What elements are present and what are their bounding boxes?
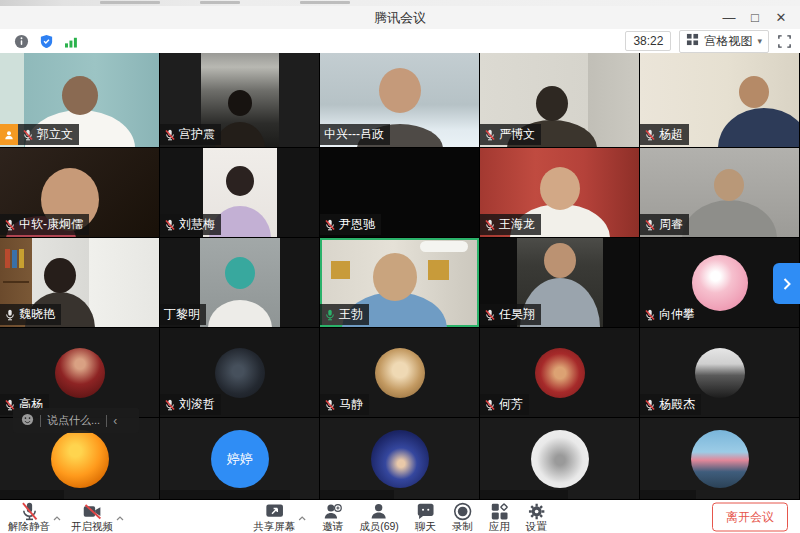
chat-quick-input[interactable]: 说点什么... ‹ <box>13 408 139 433</box>
name-label-row: 何芳 <box>480 394 529 415</box>
toolbar-settings[interactable]: 设置 <box>526 502 547 532</box>
video-tile-王海龙[interactable]: 王海龙 <box>480 148 640 238</box>
toolbar-label: 设置 <box>526 521 547 532</box>
portrait-video <box>200 238 280 327</box>
video-tile-row5-3[interactable] <box>320 418 480 500</box>
participant-name: 杨超 <box>659 126 683 143</box>
name-label: 严博文 <box>480 124 541 145</box>
mic-muted-icon <box>164 399 176 411</box>
video-tile-row5-2[interactable]: 婷婷 <box>160 418 320 500</box>
video-tile-高杨[interactable]: 高杨 <box>0 328 160 418</box>
chevron-up-icon[interactable] <box>116 507 124 525</box>
mic-muted-icon <box>644 399 656 411</box>
video-grid: 婷婷杨殿杰何芳马静刘浚哲高杨向仲攀任昊翔王勃丁黎明魏晓艳周睿王海龙尹恩驰刘慧梅中… <box>0 53 800 500</box>
scene-decor <box>12 250 17 268</box>
chat-input-placeholder[interactable]: 说点什么... <box>47 413 100 428</box>
share-screen-icon <box>264 502 285 521</box>
person-head <box>544 243 576 278</box>
chevron-up-icon[interactable] <box>298 507 306 525</box>
participant-avatar <box>55 348 105 398</box>
video-tile-王勃[interactable]: 王勃 <box>320 238 480 328</box>
divider <box>40 415 41 427</box>
name-label-clipped <box>160 490 290 499</box>
name-label: 宫护震 <box>160 124 221 145</box>
toolbar-unmute[interactable]: 解除静音 <box>8 502 61 532</box>
toolbar-label: 录制 <box>452 521 473 532</box>
scene-decor <box>420 241 468 253</box>
name-label-row: 尹恩驰 <box>320 214 381 235</box>
toolbar-label: 解除静音 <box>8 521 50 532</box>
video-tile-刘慧梅[interactable]: 刘慧梅 <box>160 148 320 238</box>
video-tile-马静[interactable]: 马静 <box>320 328 480 418</box>
video-tile-row5-5[interactable] <box>640 418 800 500</box>
name-label: 杨超 <box>640 124 689 145</box>
mic-muted-icon <box>484 219 496 231</box>
video-tile-丁黎明[interactable]: 丁黎明 <box>160 238 320 328</box>
video-tile-周睿[interactable]: 周睿 <box>640 148 800 238</box>
toolbar-members[interactable]: 成员(69) <box>359 502 399 532</box>
mic-muted-icon <box>644 219 656 231</box>
participant-avatar <box>375 348 425 398</box>
view-mode-selector[interactable]: 宫格视图 ▾ <box>679 30 769 53</box>
name-label-row: 严博文 <box>480 124 541 145</box>
person-head <box>228 90 252 116</box>
minimize-button[interactable]: — <box>716 6 742 29</box>
video-tile-严博文[interactable]: 严博文 <box>480 53 640 148</box>
name-label-row: 向仲攀 <box>640 304 701 325</box>
person-head <box>739 76 769 108</box>
emoji-icon[interactable] <box>21 412 34 430</box>
maximize-button[interactable]: □ <box>742 6 768 29</box>
toolbar-label: 聊天 <box>415 521 436 532</box>
toolbar-left-group: 解除静音开启视频 <box>8 502 124 532</box>
collapse-chat-icon[interactable]: ‹ <box>113 414 117 428</box>
toolbar-share-screen[interactable]: 共享屏幕 <box>253 502 306 532</box>
video-tile-郭立文[interactable]: 郭立文 <box>0 53 160 148</box>
video-tile-row5-4[interactable] <box>480 418 640 500</box>
toolbar-chat[interactable]: 聊天 <box>415 502 436 532</box>
network-signal-icon[interactable] <box>64 35 79 48</box>
mic-muted-icon <box>164 129 176 141</box>
toolbar-invite[interactable]: 邀请 <box>322 502 343 532</box>
toolbar-start-video[interactable]: 开启视频 <box>71 502 124 532</box>
video-tile-杨殿杰[interactable]: 杨殿杰 <box>640 328 800 418</box>
title-bar: 腾讯会议 — □ ✕ <box>0 6 800 30</box>
name-label-clipped <box>0 490 64 499</box>
meeting-info-icon[interactable] <box>14 34 29 49</box>
camera-muted-icon <box>82 502 103 521</box>
name-label-row: 杨超 <box>640 124 689 145</box>
video-tile-任昊翔[interactable]: 任昊翔 <box>480 238 640 328</box>
security-shield-icon[interactable] <box>39 34 54 49</box>
video-tile-杨超[interactable]: 杨超 <box>640 53 800 148</box>
toolbar-apps[interactable]: 应用 <box>489 502 510 532</box>
invite-icon <box>322 502 343 521</box>
person-head <box>226 166 254 196</box>
leave-meeting-button[interactable]: 离开会议 <box>712 502 788 531</box>
name-label: 尹恩驰 <box>320 214 381 235</box>
next-page-arrow[interactable] <box>773 263 800 304</box>
fullscreen-icon[interactable] <box>777 34 792 49</box>
name-label-row: 王勃 <box>320 304 369 325</box>
settings-icon <box>526 502 547 521</box>
video-tile-宫护震[interactable]: 宫护震 <box>160 53 320 148</box>
video-tile-中兴---吕政[interactable]: 中兴---吕政 <box>320 53 480 148</box>
person-silhouette <box>208 300 272 328</box>
toolbar-record[interactable]: 录制 <box>452 502 473 532</box>
toolbar-label: 开启视频 <box>71 521 113 532</box>
name-label-row: 任昊翔 <box>480 304 541 325</box>
participant-avatar <box>215 348 265 398</box>
name-label: 中兴---吕政 <box>320 124 390 145</box>
chevron-up-icon[interactable] <box>53 507 61 525</box>
participant-name: 杨殿杰 <box>659 396 695 413</box>
bottom-toolbar: 解除静音开启视频 共享屏幕邀请成员(69)聊天录制应用设置 离开会议 <box>0 500 800 533</box>
participant-avatar <box>371 430 429 488</box>
mic-muted-icon <box>484 309 496 321</box>
video-tile-中软-康炯儒[interactable]: 中软-康炯儒 <box>0 148 160 238</box>
video-tile-何芳[interactable]: 何芳 <box>480 328 640 418</box>
video-tile-魏晓艳[interactable]: 魏晓艳 <box>0 238 160 328</box>
close-button[interactable]: ✕ <box>768 6 794 29</box>
video-tile-刘浚哲[interactable]: 刘浚哲 <box>160 328 320 418</box>
chat-icon <box>415 502 436 521</box>
video-tile-尹恩驰[interactable]: 尹恩驰 <box>320 148 480 238</box>
person-head <box>379 68 421 113</box>
scene-decor <box>19 249 24 269</box>
